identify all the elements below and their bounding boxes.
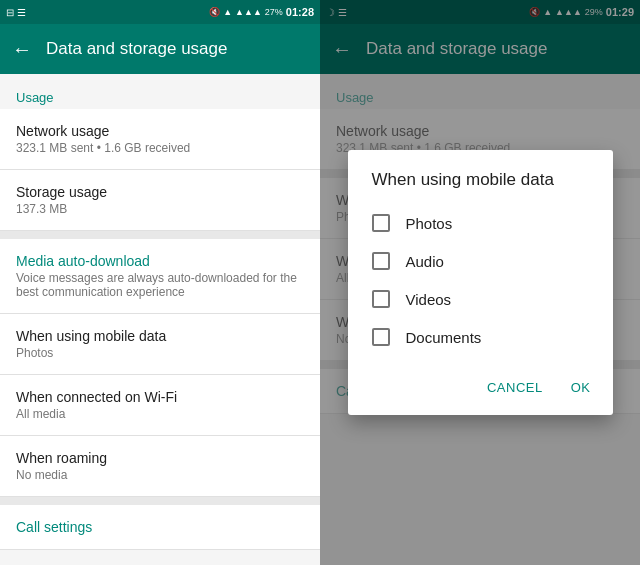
wifi-icon: ▲ <box>223 7 232 17</box>
documents-label: Documents <box>406 329 482 346</box>
left-status-bar: ⊟ ☰ 🔇 ▲ ▲▲▲ 27% 01:28 <box>0 0 320 24</box>
documents-checkbox[interactable] <box>372 328 390 346</box>
audio-checkbox[interactable] <box>372 252 390 270</box>
audio-label: Audio <box>406 253 444 270</box>
battery-percent: 27% <box>265 7 283 17</box>
media-auto-download-title: Media auto-download <box>16 253 304 269</box>
roaming-subtitle: No media <box>16 468 304 482</box>
left-status-icons: ⊟ ☰ <box>6 7 26 18</box>
right-panel: ☽ ☰ 🔇 ▲ ▲▲▲ 29% 01:29 ← Data and storage… <box>320 0 640 565</box>
left-panel: ⊟ ☰ 🔇 ▲ ▲▲▲ 27% 01:28 ← Data and storage… <box>0 0 320 565</box>
cancel-button[interactable]: CANCEL <box>477 372 553 403</box>
usage-section-label: Usage <box>0 74 320 109</box>
mobile-data-title: When using mobile data <box>16 328 304 344</box>
mute-icon: 🔇 <box>209 7 220 17</box>
ok-button[interactable]: OK <box>561 372 601 403</box>
wifi-title: When connected on Wi-Fi <box>16 389 304 405</box>
section-divider-1 <box>0 231 320 239</box>
menu-icon: ☰ <box>17 7 26 18</box>
network-usage-subtitle: 323.1 MB sent • 1.6 GB received <box>16 141 304 155</box>
storage-usage-title: Storage usage <box>16 184 304 200</box>
audio-option[interactable]: Audio <box>348 242 613 280</box>
left-toolbar-title: Data and storage usage <box>46 39 227 59</box>
photos-option[interactable]: Photos <box>348 204 613 242</box>
storage-usage-subtitle: 137.3 MB <box>16 202 304 216</box>
notification-icon: ⊟ <box>6 7 14 18</box>
network-usage-title: Network usage <box>16 123 304 139</box>
dialog-title: When using mobile data <box>348 170 613 204</box>
videos-label: Videos <box>406 291 452 308</box>
media-auto-download-item[interactable]: Media auto-download Voice messages are a… <box>0 239 320 314</box>
section-divider-2 <box>0 497 320 505</box>
mobile-data-subtitle: Photos <box>16 346 304 360</box>
documents-option[interactable]: Documents <box>348 318 613 356</box>
media-auto-download-subtitle: Voice messages are always auto-downloade… <box>16 271 304 299</box>
back-button-left[interactable]: ← <box>12 38 32 61</box>
left-toolbar: ← Data and storage usage <box>0 24 320 74</box>
time-left: 01:28 <box>286 6 314 18</box>
videos-checkbox[interactable] <box>372 290 390 308</box>
network-usage-item[interactable]: Network usage 323.1 MB sent • 1.6 GB rec… <box>0 109 320 170</box>
storage-usage-item[interactable]: Storage usage 137.3 MB <box>0 170 320 231</box>
photos-checkbox[interactable] <box>372 214 390 232</box>
mobile-data-dialog: When using mobile data Photos Audio Vide… <box>348 150 613 415</box>
dialog-actions: CANCEL OK <box>348 362 613 407</box>
left-content: Usage Network usage 323.1 MB sent • 1.6 … <box>0 74 320 565</box>
right-status-icons: 🔇 ▲ ▲▲▲ 27% 01:28 <box>209 6 314 18</box>
photos-label: Photos <box>406 215 453 232</box>
call-settings-item[interactable]: Call settings <box>0 505 320 550</box>
dialog-overlay: When using mobile data Photos Audio Vide… <box>320 0 640 565</box>
wifi-item[interactable]: When connected on Wi-Fi All media <box>0 375 320 436</box>
call-settings-title: Call settings <box>16 519 304 535</box>
signal-icon: ▲▲▲ <box>235 7 262 17</box>
videos-option[interactable]: Videos <box>348 280 613 318</box>
roaming-title: When roaming <box>16 450 304 466</box>
wifi-subtitle: All media <box>16 407 304 421</box>
mobile-data-item[interactable]: When using mobile data Photos <box>0 314 320 375</box>
roaming-item[interactable]: When roaming No media <box>0 436 320 497</box>
